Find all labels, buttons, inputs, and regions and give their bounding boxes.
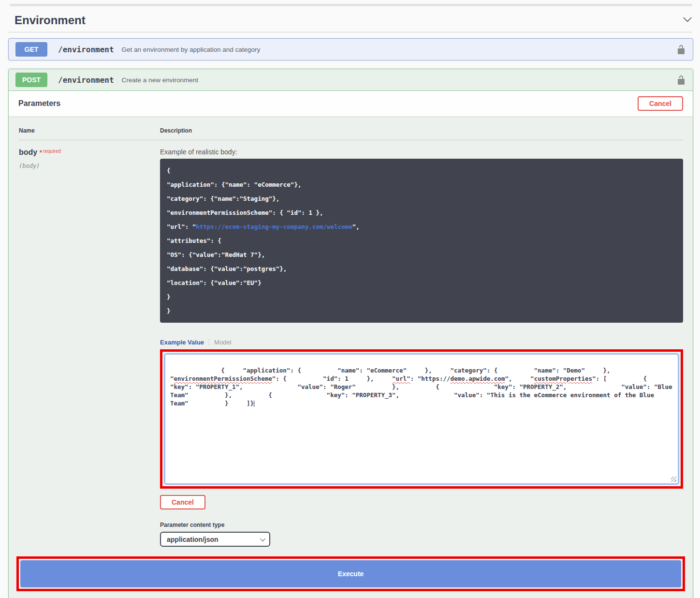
opblock-get-environment: GET /environment Get an environment by a… bbox=[8, 38, 693, 60]
code-line: } bbox=[167, 304, 676, 318]
example-body-label: Example of realistic body: bbox=[160, 148, 683, 156]
editor-annotation-highlight: { "application": { "name": "eCommerce" }… bbox=[160, 349, 683, 489]
body-parameter-name-cell: body *required (body) bbox=[19, 148, 160, 547]
parameters-column-headers: Name Description bbox=[19, 127, 683, 140]
execute-button[interactable]: Execute bbox=[20, 560, 681, 587]
opblock-post-environment: POST /environment Create a new environme… bbox=[8, 69, 693, 598]
post-summary-text: Create a new environment bbox=[122, 76, 198, 84]
code-line: } bbox=[167, 290, 676, 304]
tab-model[interactable]: Model bbox=[214, 339, 231, 346]
get-summary-text: Get an environment by application and ca… bbox=[122, 46, 261, 53]
code-line: "environmentPermissionScheme": { "id": 1… bbox=[167, 206, 676, 220]
body-parameter-description-cell: Example of realistic body: {"application… bbox=[160, 148, 683, 547]
column-header-name: Name bbox=[19, 127, 160, 134]
code-line: { bbox=[167, 164, 676, 178]
code-line: "category": {"name":"Staging"}, bbox=[167, 192, 676, 206]
tab-example-value[interactable]: Example Value bbox=[160, 339, 209, 346]
cancel-tryout-button[interactable]: Cancel bbox=[638, 96, 683, 111]
horizontal-scrollbar[interactable] bbox=[10, 4, 692, 6]
parameters-title: Parameters bbox=[18, 99, 60, 108]
post-path: /environment bbox=[58, 75, 114, 85]
get-auth-lock-button[interactable] bbox=[676, 45, 686, 54]
param-type-hint: (body) bbox=[19, 163, 160, 169]
content-type-label: Parameter content type bbox=[160, 522, 683, 528]
content-type-select-wrap: application/json bbox=[160, 532, 270, 547]
column-header-description: Description bbox=[160, 127, 683, 134]
textarea-resize-handle[interactable] bbox=[671, 477, 676, 482]
content-type-select[interactable]: application/json bbox=[160, 532, 270, 547]
code-url-link[interactable]: https://ecom-staging-my-company.com/welc… bbox=[196, 223, 352, 230]
tag-divider bbox=[8, 32, 692, 32]
get-summary-row[interactable]: GET /environment Get an environment by a… bbox=[9, 39, 693, 60]
tag-header[interactable]: Environment bbox=[15, 14, 692, 27]
code-line: "application": {"name": "eCommerce"}, bbox=[167, 178, 676, 192]
code-line: "OS": {"value":"RedHat 7"}, bbox=[167, 248, 676, 262]
execute-wrapper: Execute bbox=[9, 547, 693, 591]
code-line: "database": {"value":"postgres"}, bbox=[167, 262, 676, 276]
body-parameter-row: body *required (body) Example of realist… bbox=[19, 148, 683, 547]
required-asterisk: * bbox=[40, 149, 42, 156]
unlocked-padlock-icon bbox=[676, 45, 686, 54]
execute-annotation-highlight: Execute bbox=[16, 556, 685, 591]
param-name: body bbox=[19, 148, 37, 156]
example-body-code-block[interactable]: {"application": {"name": "eCommerce"},"c… bbox=[160, 159, 683, 323]
code-line: "attributes": { bbox=[167, 234, 676, 248]
code-line: "location": {"value":"EU"} bbox=[167, 276, 676, 290]
get-path: /environment bbox=[58, 45, 114, 54]
post-auth-lock-button[interactable] bbox=[676, 75, 686, 85]
tag-title: Environment bbox=[15, 14, 86, 27]
swagger-ui-page: Environment GET /environment Get an envi… bbox=[0, 0, 700, 598]
required-label: required bbox=[43, 149, 61, 154]
chevron-down-icon[interactable] bbox=[683, 15, 692, 26]
body-parameter-editor[interactable]: { "application": { "name": "eCommerce" }… bbox=[164, 353, 679, 485]
parameters-table: Name Description body *required (body) E… bbox=[9, 117, 693, 547]
post-method-badge: POST bbox=[15, 73, 47, 87]
model-example-tabs: Example Value Model bbox=[160, 337, 683, 347]
get-method-badge: GET bbox=[15, 42, 47, 57]
unlocked-padlock-icon bbox=[676, 75, 686, 85]
parameters-header: Parameters Cancel bbox=[9, 91, 693, 117]
post-summary-row[interactable]: POST /environment Create a new environme… bbox=[9, 69, 693, 91]
code-line: "url": "https://ecom-staging-my-company.… bbox=[167, 220, 676, 234]
cancel-edit-button[interactable]: Cancel bbox=[160, 495, 205, 509]
